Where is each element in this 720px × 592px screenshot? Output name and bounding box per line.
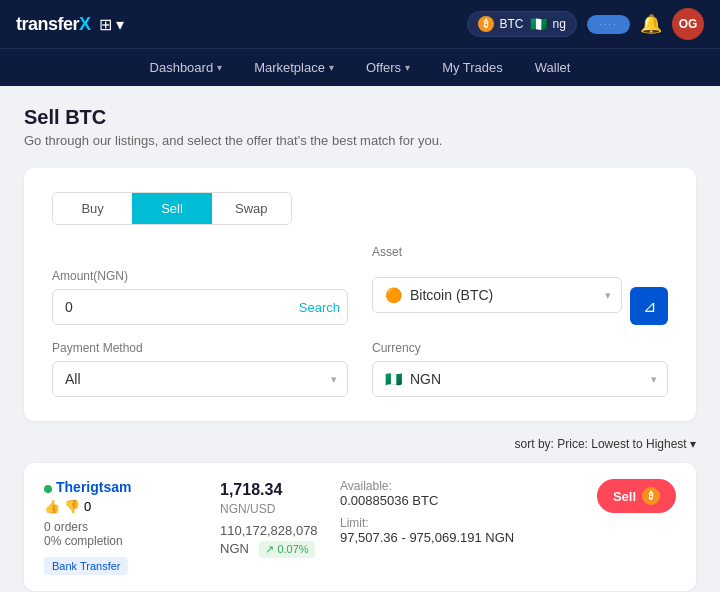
filter-icon-button[interactable]: ⊿ <box>630 287 668 325</box>
nav-label-wallet: Wallet <box>535 60 571 75</box>
currency-chevron: ▾ <box>651 373 657 386</box>
currency-label-field: Currency <box>372 341 668 355</box>
grid-icon[interactable]: ⊞ ▾ <box>99 15 124 34</box>
page-title: Sell BTC <box>24 106 696 129</box>
amount-input-wrap: Search <box>52 289 348 325</box>
sort-bar[interactable]: sort by: Price: Lowest to Highest ▾ <box>24 437 696 451</box>
payment-value: All <box>65 371 81 387</box>
offer-card-0: Therigtsam 👍 👎 0 0 orders 0% completion … <box>24 463 696 591</box>
offer-limits-0: Available: 0.00885036 BTC Limit: 97,507.… <box>340 479 580 545</box>
btc-dot-icon: 🟠 <box>385 287 402 303</box>
currency-value: NGN <box>410 371 441 387</box>
thumbs-down-icon: 👎 <box>64 499 80 514</box>
currency-label: ng <box>553 17 566 31</box>
price-change-0: ↗ 0.07% <box>259 541 314 558</box>
asset-select[interactable]: 🟠 Bitcoin (BTC) ▾ <box>372 277 622 313</box>
ng-flag-icon: 🇳🇬 <box>385 371 402 387</box>
tab-sell[interactable]: Sell <box>132 193 211 224</box>
avail-value-0: 0.00885036 BTC <box>340 493 580 508</box>
navbar-right: ₿ BTC 🇳🇬 ng ···· 🔔 OG <box>467 8 704 40</box>
tab-swap[interactable]: Swap <box>212 193 291 224</box>
asset-label: Asset <box>372 245 668 259</box>
nav-item-dashboard[interactable]: Dashboard ▾ <box>150 60 223 75</box>
avail-label-0: Available: <box>340 479 580 493</box>
avatar-initials: OG <box>679 17 698 31</box>
flag-icon: 🇳🇬 <box>530 16 547 32</box>
tab-buy[interactable]: Buy <box>53 193 132 224</box>
offer-price-0: 1,718.34 <box>220 481 282 498</box>
asset-chevron: ▾ <box>605 289 611 302</box>
balance-badge[interactable]: ···· <box>587 15 630 34</box>
sort-label: sort by: Price: Lowest to Highest <box>515 437 687 451</box>
seller-name-0[interactable]: Therigtsam <box>56 479 131 495</box>
thumbs-up-icon: 👍 <box>44 499 60 514</box>
sort-chevron: ▾ <box>690 437 696 451</box>
nav-label-dashboard: Dashboard <box>150 60 214 75</box>
limit-value-0: 97,507.36 - 975,069.191 NGN <box>340 530 580 545</box>
chevron-icon: ▾ <box>217 62 222 73</box>
bell-icon[interactable]: 🔔 <box>640 13 662 35</box>
avatar[interactable]: OG <box>672 8 704 40</box>
offers-list: Therigtsam 👍 👎 0 0 orders 0% completion … <box>24 463 696 592</box>
sub-navbar: Dashboard ▾ Marketplace ▾ Offers ▾ My Tr… <box>0 48 720 86</box>
payment-chevron: ▾ <box>331 373 337 386</box>
payment-select[interactable]: All ▾ <box>52 361 348 397</box>
sell-btn-label-0: Sell <box>613 489 636 504</box>
funnel-icon: ⊿ <box>643 297 656 316</box>
sell-button-0[interactable]: Sell ₿ <box>597 479 676 513</box>
logo: transferX <box>16 14 91 35</box>
seller-online-dot-0 <box>44 485 52 493</box>
offer-orders-0: 0 orders <box>44 520 204 534</box>
seller-ratings-0: 👍 👎 0 <box>44 499 204 514</box>
payment-label: Payment Method <box>52 341 348 355</box>
nav-label-offers: Offers <box>366 60 401 75</box>
btc-label: BTC <box>500 17 524 31</box>
logo-x: X <box>79 14 91 34</box>
search-button[interactable]: Search <box>299 300 340 315</box>
chevron-icon: ▾ <box>329 62 334 73</box>
star-icon: 0 <box>84 499 91 514</box>
filter-card: Buy Sell Swap Amount(NGN) Search <box>24 168 696 421</box>
offer-seller-info-0: Therigtsam 👍 👎 0 0 orders 0% completion … <box>44 479 204 575</box>
limit-label-0: Limit: <box>340 516 580 530</box>
nav-item-mytrades[interactable]: My Trades <box>442 60 503 75</box>
navbar: transferX ⊞ ▾ ₿ BTC 🇳🇬 ng ···· 🔔 OG <box>0 0 720 48</box>
currency-select[interactable]: 🇳🇬 NGN ▾ <box>372 361 668 397</box>
amount-label: Amount(NGN) <box>52 269 348 283</box>
payment-tag-0: Bank Transfer <box>44 557 128 575</box>
nav-item-wallet[interactable]: Wallet <box>535 60 571 75</box>
sell-btc-icon-0: ₿ <box>642 487 660 505</box>
page-content: Sell BTC Go through our listings, and se… <box>0 86 720 592</box>
btc-badge[interactable]: ₿ BTC 🇳🇬 ng <box>467 11 577 37</box>
btc-icon: ₿ <box>478 16 494 32</box>
tab-group: Buy Sell Swap <box>52 192 292 225</box>
nav-item-marketplace[interactable]: Marketplace ▾ <box>254 60 334 75</box>
chevron-icon: ▾ <box>405 62 410 73</box>
asset-value: Bitcoin (BTC) <box>410 287 493 303</box>
page-subtitle: Go through our listings, and select the … <box>24 133 696 148</box>
offer-completion-0: 0% completion <box>44 534 204 548</box>
price-unit-0: NGN/USD <box>220 502 275 516</box>
nav-item-offers[interactable]: Offers ▾ <box>366 60 410 75</box>
nav-label-marketplace: Marketplace <box>254 60 325 75</box>
nav-label-mytrades: My Trades <box>442 60 503 75</box>
navbar-left: transferX ⊞ ▾ <box>16 14 124 35</box>
balance-dots: ···· <box>599 19 618 30</box>
offer-price-info-0: 1,718.34 NGN/USD 110,172,828,078 NGN ↗ 0… <box>220 479 324 558</box>
offer-action-0: Sell ₿ <box>596 479 676 513</box>
